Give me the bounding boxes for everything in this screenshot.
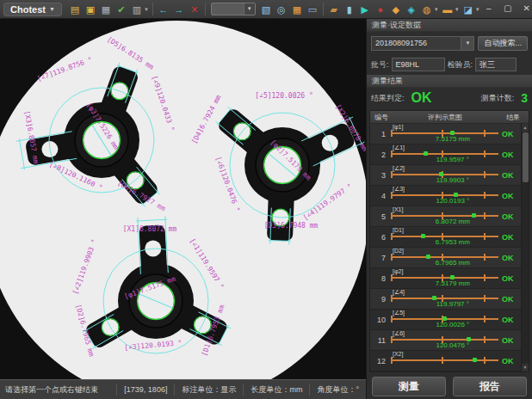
result-status: OK xyxy=(502,268,521,288)
auto-search-button[interactable]: 自动搜索... xyxy=(478,36,528,51)
delete-icon[interactable]: ✕ xyxy=(188,3,201,16)
measurement-panel: 测量·设定数据 201808091756 ▼ 自动搜索... 批号: E98HL… xyxy=(366,19,532,399)
count-value: 3 xyxy=(521,91,528,105)
result-status: OK xyxy=(502,227,521,247)
grid-icon[interactable]: ▦ xyxy=(290,3,304,16)
vertical-scrollbar[interactable]: ▲ ▼ xyxy=(521,124,529,371)
app-title: Chotest xyxy=(10,4,46,15)
maximize-button[interactable]: ▢ xyxy=(500,3,516,15)
result-row[interactable]: 10[∠5]120.0026 °OK xyxy=(370,310,521,330)
export-icon[interactable]: ◈ xyxy=(405,3,418,16)
chevron-down-icon: ▼ xyxy=(49,6,55,12)
section-header-result: 测量结果 xyxy=(367,75,532,88)
feature-label: [∠2] xyxy=(393,165,405,172)
camera-icon[interactable]: ▮ xyxy=(343,3,356,16)
result-row[interactable]: 2[∠1]119.9597 °OK xyxy=(370,144,521,165)
feature-label: [D2] xyxy=(393,248,404,255)
result-row[interactable]: 7[D2]6.7965 mmOK xyxy=(370,248,521,268)
result-row[interactable]: 5[X1]6.8072 mmOK xyxy=(370,206,521,227)
inspector-field[interactable]: 张三 xyxy=(475,58,517,71)
feature-label: [X1] xyxy=(393,206,403,213)
result-status: OK xyxy=(502,144,521,164)
save-as-icon[interactable]: ▥ xyxy=(130,3,144,16)
header-number: 编号 xyxy=(370,111,393,123)
row-number: 3 xyxy=(370,165,386,185)
chevron-down-icon[interactable]: ▼ xyxy=(475,7,480,12)
scroll-up-icon[interactable]: ▲ xyxy=(522,124,529,132)
report-button[interactable]: 报告 xyxy=(453,377,527,396)
chevron-down-icon[interactable]: ▼ xyxy=(144,7,149,12)
dataset-value: 201808091756 xyxy=(372,39,461,47)
play-icon[interactable]: ▶ xyxy=(358,3,372,16)
magnification-combo[interactable]: ▼ xyxy=(211,3,256,15)
measured-value: 119.9597 ° xyxy=(407,156,498,163)
angle-unit: 角度单位：° xyxy=(309,384,366,396)
open-folder-icon[interactable]: ▣ xyxy=(84,3,97,16)
measured-value: 120.0026 ° xyxy=(407,321,498,328)
result-row[interactable]: 9[∠4]119.9797 °OK xyxy=(370,289,521,310)
scrollbar-thumb[interactable] xyxy=(523,132,529,182)
row-number: 8 xyxy=(370,268,386,288)
app-menu-button[interactable]: Chotest ▼ xyxy=(3,3,62,16)
zoom-icon[interactable]: ◎ xyxy=(275,3,288,16)
dataset-dropdown[interactable]: 201808091756 ▼ xyxy=(371,36,474,51)
tolerance-line xyxy=(391,132,498,134)
measured-value: 120.0193 ° xyxy=(407,197,498,205)
annotation-unit: 标注单位：显示 xyxy=(174,384,243,396)
new-document-icon[interactable]: ▤ xyxy=(68,3,82,16)
tolerance-bar: [∠6]120.0476 ° xyxy=(391,330,498,350)
tolerance-bar: [X2] xyxy=(391,351,498,371)
tolerance-line xyxy=(391,339,498,341)
measurement-canvas[interactable]: [∠7]119.8756 °[D5]6.8135 mm[∠9]120.0433 … xyxy=(0,19,366,379)
main-toolbar: Chotest ▼ ▤▣▦✔▥▼←→✕▼▧◎▦▭▰▮▶●◆◈◍▼▬▼◪▼ –▢✕ xyxy=(0,0,532,19)
result-row[interactable]: 12[X2]OK xyxy=(370,351,521,371)
feature-label: [∠6] xyxy=(393,330,405,337)
tolerance-line xyxy=(391,215,498,217)
tolerance-bar: [∠4]119.9797 ° xyxy=(391,289,498,309)
measure-button[interactable]: 测量 xyxy=(372,377,446,396)
tolerance-bar: [φ2]7.5179 mm xyxy=(391,268,498,288)
toolbar-divider xyxy=(205,3,206,15)
redo-arrow-icon[interactable]: → xyxy=(172,3,186,16)
result-row[interactable]: 4[∠3]120.0193 °OK xyxy=(370,186,521,206)
chevron-down-icon[interactable]: ▼ xyxy=(434,7,439,12)
measured-value: 7.5175 mm xyxy=(407,135,498,143)
chevron-down-icon[interactable]: ▼ xyxy=(244,3,255,15)
close-button[interactable]: ✕ xyxy=(519,3,532,15)
row-number: 6 xyxy=(370,227,386,247)
scroll-down-icon[interactable]: ▼ xyxy=(522,364,529,371)
thumbs-up-icon[interactable]: ◆ xyxy=(389,3,403,16)
feature-label: [∠5] xyxy=(393,310,405,316)
monitor-icon[interactable]: ▭ xyxy=(306,3,319,16)
image-icon[interactable]: ▧ xyxy=(259,3,273,16)
dimension-label: [∠5]120.0026 ° xyxy=(255,92,312,100)
record-icon[interactable]: ● xyxy=(374,3,387,16)
header-result: 结果 xyxy=(498,111,529,123)
tolerance-bar: [∠2]119.9903 ° xyxy=(391,165,498,185)
result-row[interactable]: 6[D1]6.7953 mmOK xyxy=(370,227,521,248)
result-row[interactable]: 8[φ2]7.5179 mmOK xyxy=(370,268,521,289)
video-camera-icon[interactable]: ▰ xyxy=(327,3,341,16)
circle-tool-icon[interactable]: ◍ xyxy=(420,3,434,16)
row-number: 2 xyxy=(370,144,386,164)
tolerance-bar: [∠5]120.0026 ° xyxy=(391,310,498,329)
judgment-value: OK xyxy=(411,90,481,106)
measured-value: 119.9797 ° xyxy=(407,300,498,308)
result-row[interactable]: 3[∠2]119.9903 °OK xyxy=(370,165,521,186)
undo-arrow-icon[interactable]: ← xyxy=(157,3,170,16)
tolerance-bar: [D2]6.7965 mm xyxy=(391,248,498,267)
result-row[interactable]: 1[φ1]7.5175 mmOK xyxy=(370,124,521,144)
result-row[interactable]: 11[∠6]120.0476 °OK xyxy=(370,330,521,351)
minimize-button[interactable]: – xyxy=(481,3,497,15)
save-icon[interactable]: ▦ xyxy=(99,3,113,16)
calibrate-icon[interactable]: ✔ xyxy=(114,3,128,16)
row-number: 1 xyxy=(370,124,386,144)
result-status: OK xyxy=(502,165,521,185)
chevron-down-icon[interactable]: ▼ xyxy=(455,7,460,12)
display-icon[interactable]: ◪ xyxy=(461,3,475,16)
chevron-down-icon[interactable]: ▼ xyxy=(461,37,473,50)
dimension-label: [D3]6.7948 mm xyxy=(264,222,319,230)
batch-field[interactable]: E98HL xyxy=(392,58,445,71)
layers-icon[interactable]: ▬ xyxy=(441,3,455,16)
header-diagram: 评判示意图 xyxy=(393,111,498,123)
